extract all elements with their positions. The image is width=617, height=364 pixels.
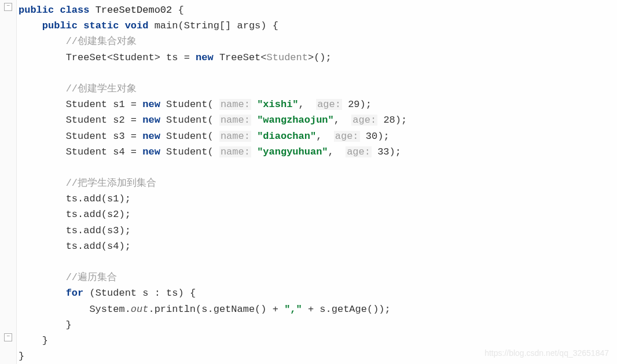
keyword-public: public: [19, 5, 54, 16]
hint-age1: age:: [316, 99, 342, 110]
system: System: [89, 304, 124, 315]
type-s3: Student: [66, 131, 107, 142]
out-field: out: [131, 304, 149, 315]
val-name1: "xishi": [257, 99, 298, 110]
keyword-public2: public: [42, 20, 78, 31]
stmt-add-s3: ts.add(s3);: [66, 225, 131, 236]
type-s1: Student: [66, 99, 107, 110]
keyword-for: for: [66, 288, 84, 299]
class-name: TreeSetDemo02: [96, 5, 172, 16]
type-student: Student: [113, 52, 154, 63]
get-name: getName: [214, 304, 255, 315]
loop-coll: ts: [166, 288, 178, 299]
watermark-text: https://blog.csdn.net/qq_32651847: [484, 347, 609, 359]
type-s4: Student: [66, 146, 107, 157]
kw-new-s4: new: [142, 146, 160, 157]
comment-add: //把学生添加到集合: [66, 178, 156, 189]
var-s4: s4: [113, 146, 124, 157]
type-student2: Student: [267, 52, 308, 63]
keyword-static: static: [83, 20, 119, 31]
s-getname-recv: s: [201, 304, 207, 315]
stmt-add-s4: ts.add(s4);: [66, 241, 131, 252]
var-s3: s3: [113, 131, 124, 142]
method-main: main: [155, 20, 178, 31]
fold-icon-bottom[interactable]: −: [4, 333, 12, 341]
comment-iterate: //遍历集合: [66, 272, 117, 283]
hint-age2: age:: [351, 115, 377, 126]
val-age1: 29: [348, 99, 359, 110]
var-s1: s1: [113, 99, 124, 110]
kw-new-s1: new: [142, 99, 160, 110]
code-editor[interactable]: public class TreeSetDemo02 { public stat…: [19, 2, 617, 364]
param-name: args: [237, 20, 261, 31]
ctor-s3: Student: [166, 131, 207, 142]
hint-name1: name:: [219, 99, 251, 110]
val-age4: 33: [377, 146, 389, 157]
comment-create-student: //创建学生对象: [66, 83, 137, 94]
var-s2: s2: [113, 115, 124, 126]
get-age: getAge: [332, 304, 367, 315]
type-s2: Student: [66, 115, 107, 126]
comment-create-collection: //创建集合对象: [66, 36, 137, 47]
kw-new-s3: new: [142, 131, 160, 142]
editor-gutter: − −: [0, 0, 17, 364]
val-age2: 28: [383, 115, 395, 126]
type-treeset: TreeSet: [66, 52, 107, 63]
val-name2: "wangzhaojun": [257, 115, 334, 126]
keyword-void: void: [125, 20, 149, 31]
println: println: [155, 304, 196, 315]
hint-age3: age:: [334, 131, 360, 142]
loop-var: s: [142, 288, 148, 299]
hint-name3: name:: [219, 131, 251, 142]
hint-age4: age:: [346, 146, 372, 157]
hint-name2: name:: [219, 115, 251, 126]
fold-icon-top[interactable]: −: [4, 3, 12, 11]
ctor-s1: Student: [166, 99, 207, 110]
concat-str: ",": [284, 304, 302, 315]
keyword-class: class: [60, 5, 89, 16]
val-name4: "yangyuhuan": [257, 146, 328, 157]
type-treeset2: TreeSet: [219, 52, 260, 63]
val-age3: 30: [366, 131, 377, 142]
keyword-new1: new: [196, 52, 214, 63]
ctor-s4: Student: [166, 146, 207, 157]
param-type: String[]: [184, 20, 232, 31]
val-name3: "diaochan": [257, 131, 316, 142]
ctor-s2: Student: [166, 115, 207, 126]
kw-new-s2: new: [142, 115, 160, 126]
loop-type: Student: [96, 288, 137, 299]
var-ts: ts: [166, 52, 178, 63]
s-getage-recv: s: [319, 304, 325, 315]
hint-name4: name:: [219, 146, 251, 157]
stmt-add-s2: ts.add(s2);: [66, 209, 131, 220]
stmt-add-s1: ts.add(s1);: [66, 193, 131, 204]
